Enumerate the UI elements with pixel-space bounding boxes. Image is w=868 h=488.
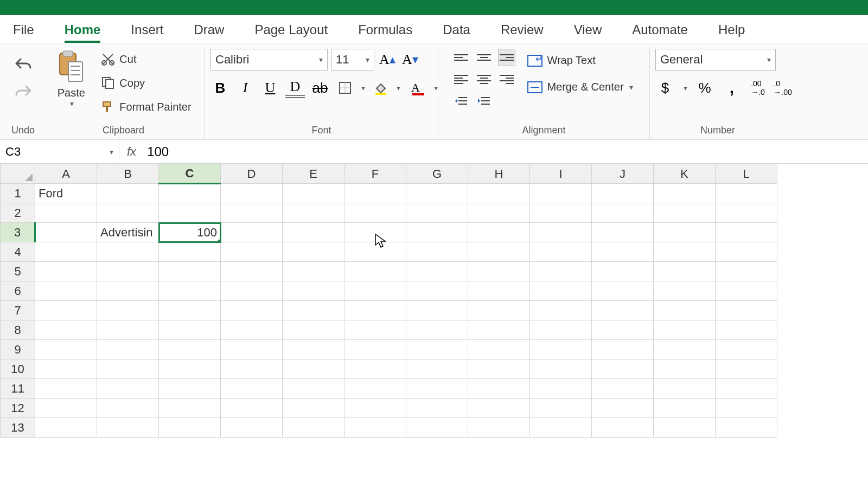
cell-C10[interactable] — [159, 359, 221, 379]
cell-F11[interactable] — [344, 379, 406, 399]
cell-C7[interactable] — [159, 301, 221, 320]
undo-button[interactable] — [14, 54, 33, 74]
cell-D5[interactable] — [221, 262, 283, 281]
cell-B7[interactable] — [97, 301, 159, 320]
spreadsheet-grid[interactable]: ABCDEFGHIJKL1Ford23Advertisin10045678910… — [0, 164, 868, 488]
cell-C5[interactable] — [159, 262, 221, 281]
cell-H11[interactable] — [468, 379, 530, 399]
cell-K7[interactable] — [654, 301, 716, 320]
column-header-B[interactable]: B — [97, 164, 159, 184]
tab-draw[interactable]: Draw — [194, 17, 224, 43]
font-name-select[interactable]: Calibri ▾ — [210, 49, 328, 70]
cell-B6[interactable] — [97, 281, 159, 301]
cell-G7[interactable] — [406, 301, 468, 320]
tab-page-layout[interactable]: Page Layout — [254, 17, 328, 43]
cell-I7[interactable] — [530, 301, 592, 320]
format-painter-button[interactable]: Format Painter — [99, 98, 193, 116]
cell-D12[interactable] — [221, 399, 283, 418]
cell-K1[interactable] — [654, 184, 716, 203]
align-top-button[interactable] — [452, 49, 470, 66]
cell-I13[interactable] — [530, 418, 592, 438]
cell-A10[interactable] — [35, 359, 97, 379]
cell-F8[interactable] — [344, 320, 406, 340]
currency-dropdown-icon[interactable]: ▾ — [684, 84, 687, 92]
double-underline-button[interactable]: D — [285, 78, 305, 98]
row-header-5[interactable]: 5 — [1, 262, 35, 281]
cell-L11[interactable] — [716, 379, 777, 399]
row-header-4[interactable]: 4 — [1, 242, 35, 262]
align-bottom-button[interactable] — [498, 49, 515, 66]
cell-J6[interactable] — [592, 281, 654, 301]
cell-D10[interactable] — [221, 359, 283, 379]
bold-button[interactable]: B — [210, 78, 230, 98]
row-header-13[interactable]: 13 — [1, 418, 35, 438]
fill-color-button[interactable] — [371, 78, 390, 98]
wrap-text-button[interactable]: Wrap Text — [525, 52, 635, 69]
cell-I5[interactable] — [530, 262, 592, 281]
cell-I3[interactable] — [530, 223, 592, 242]
row-header-10[interactable]: 10 — [1, 359, 35, 379]
cell-L3[interactable] — [716, 223, 777, 242]
cell-G2[interactable] — [406, 203, 468, 223]
cell-L1[interactable] — [716, 184, 777, 203]
select-all-corner[interactable] — [1, 164, 35, 184]
font-color-dropdown-icon[interactable]: ▾ — [434, 84, 438, 92]
cell-K13[interactable] — [654, 418, 716, 438]
column-header-F[interactable]: F — [344, 164, 406, 184]
cell-K10[interactable] — [654, 359, 716, 379]
cell-A8[interactable] — [35, 320, 97, 340]
column-header-L[interactable]: L — [716, 164, 777, 184]
column-header-D[interactable]: D — [221, 164, 283, 184]
tab-data[interactable]: Data — [443, 17, 470, 43]
cell-L6[interactable] — [716, 281, 777, 301]
cell-B9[interactable] — [97, 340, 159, 359]
column-header-E[interactable]: E — [283, 164, 344, 184]
cell-H2[interactable] — [468, 203, 530, 223]
cell-I6[interactable] — [530, 281, 592, 301]
strikethrough-button[interactable]: ab — [310, 78, 330, 98]
cell-E11[interactable] — [283, 379, 344, 399]
cell-D7[interactable] — [221, 301, 283, 320]
cell-K6[interactable] — [654, 281, 716, 301]
column-header-A[interactable]: A — [35, 164, 97, 184]
column-header-I[interactable]: I — [530, 164, 592, 184]
cell-B13[interactable] — [97, 418, 159, 438]
name-box[interactable]: C3 ▾ — [0, 140, 119, 163]
cell-J10[interactable] — [592, 359, 654, 379]
cell-C13[interactable] — [159, 418, 221, 438]
cell-E3[interactable] — [283, 223, 344, 242]
cell-F6[interactable] — [344, 281, 406, 301]
cell-D9[interactable] — [221, 340, 283, 359]
align-center-button[interactable] — [475, 70, 493, 88]
column-header-K[interactable]: K — [654, 164, 716, 184]
cell-I12[interactable] — [530, 399, 592, 418]
cell-E10[interactable] — [283, 359, 344, 379]
cell-F3[interactable] — [344, 223, 406, 242]
font-size-select[interactable]: 11 ▾ — [331, 49, 374, 70]
row-header-3[interactable]: 3 — [1, 223, 35, 242]
cell-C3[interactable]: 100 — [159, 223, 221, 242]
cell-A6[interactable] — [35, 281, 97, 301]
increase-decimal-button[interactable]: .00→.0 — [749, 79, 767, 97]
cell-A3[interactable] — [35, 223, 97, 242]
cell-K3[interactable] — [654, 223, 716, 242]
cell-L9[interactable] — [716, 340, 777, 359]
cell-L5[interactable] — [716, 262, 777, 281]
cell-F13[interactable] — [344, 418, 406, 438]
cell-G13[interactable] — [406, 418, 468, 438]
cell-D2[interactable] — [221, 203, 283, 223]
cell-D8[interactable] — [221, 320, 283, 340]
cell-G10[interactable] — [406, 359, 468, 379]
cell-K4[interactable] — [654, 242, 716, 262]
cell-D4[interactable] — [221, 242, 283, 262]
cell-B4[interactable] — [97, 242, 159, 262]
copy-button[interactable]: Copy — [99, 74, 193, 92]
cell-L4[interactable] — [716, 242, 777, 262]
cell-I1[interactable] — [530, 184, 592, 203]
cell-E6[interactable] — [283, 281, 344, 301]
cell-J5[interactable] — [592, 262, 654, 281]
cell-J3[interactable] — [592, 223, 654, 242]
cell-E7[interactable] — [283, 301, 344, 320]
tab-help[interactable]: Help — [718, 17, 745, 43]
fx-icon[interactable]: fx — [127, 145, 136, 159]
